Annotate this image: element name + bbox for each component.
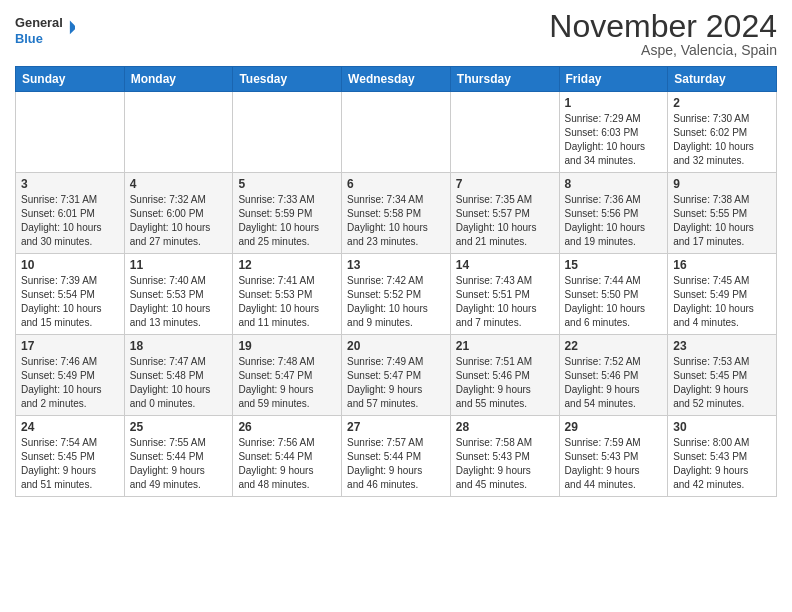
day-info: Sunrise: 7:59 AM Sunset: 5:43 PM Dayligh… [565,436,663,492]
calendar-table: Sunday Monday Tuesday Wednesday Thursday… [15,66,777,497]
month-title: November 2024 [549,10,777,42]
calendar-cell-r3c3: 12Sunrise: 7:41 AM Sunset: 5:53 PM Dayli… [233,254,342,335]
calendar-cell-r2c2: 4Sunrise: 7:32 AM Sunset: 6:00 PM Daylig… [124,173,233,254]
day-info: Sunrise: 8:00 AM Sunset: 5:43 PM Dayligh… [673,436,771,492]
day-info: Sunrise: 7:46 AM Sunset: 5:49 PM Dayligh… [21,355,119,411]
day-number: 12 [238,258,336,272]
calendar-cell-r4c7: 23Sunrise: 7:53 AM Sunset: 5:45 PM Dayli… [668,335,777,416]
day-number: 22 [565,339,663,353]
day-info: Sunrise: 7:48 AM Sunset: 5:47 PM Dayligh… [238,355,336,411]
day-info: Sunrise: 7:29 AM Sunset: 6:03 PM Dayligh… [565,112,663,168]
day-info: Sunrise: 7:43 AM Sunset: 5:51 PM Dayligh… [456,274,554,330]
calendar-row-4: 17Sunrise: 7:46 AM Sunset: 5:49 PM Dayli… [16,335,777,416]
day-info: Sunrise: 7:41 AM Sunset: 5:53 PM Dayligh… [238,274,336,330]
day-info: Sunrise: 7:32 AM Sunset: 6:00 PM Dayligh… [130,193,228,249]
day-info: Sunrise: 7:35 AM Sunset: 5:57 PM Dayligh… [456,193,554,249]
day-number: 4 [130,177,228,191]
weekday-header-row: Sunday Monday Tuesday Wednesday Thursday… [16,67,777,92]
calendar-cell-r1c2 [124,92,233,173]
calendar-cell-r3c4: 13Sunrise: 7:42 AM Sunset: 5:52 PM Dayli… [342,254,451,335]
day-number: 7 [456,177,554,191]
header-friday: Friday [559,67,668,92]
header-saturday: Saturday [668,67,777,92]
calendar-cell-r3c1: 10Sunrise: 7:39 AM Sunset: 5:54 PM Dayli… [16,254,125,335]
calendar-cell-r3c2: 11Sunrise: 7:40 AM Sunset: 5:53 PM Dayli… [124,254,233,335]
calendar-cell-r5c4: 27Sunrise: 7:57 AM Sunset: 5:44 PM Dayli… [342,416,451,497]
day-number: 10 [21,258,119,272]
day-number: 13 [347,258,445,272]
calendar-cell-r1c6: 1Sunrise: 7:29 AM Sunset: 6:03 PM Daylig… [559,92,668,173]
calendar-cell-r4c2: 18Sunrise: 7:47 AM Sunset: 5:48 PM Dayli… [124,335,233,416]
header-wednesday: Wednesday [342,67,451,92]
calendar-cell-r1c4 [342,92,451,173]
day-number: 21 [456,339,554,353]
calendar-cell-r4c4: 20Sunrise: 7:49 AM Sunset: 5:47 PM Dayli… [342,335,451,416]
calendar-cell-r1c5 [450,92,559,173]
day-number: 26 [238,420,336,434]
calendar-row-2: 3Sunrise: 7:31 AM Sunset: 6:01 PM Daylig… [16,173,777,254]
day-number: 18 [130,339,228,353]
day-info: Sunrise: 7:52 AM Sunset: 5:46 PM Dayligh… [565,355,663,411]
day-info: Sunrise: 7:49 AM Sunset: 5:47 PM Dayligh… [347,355,445,411]
day-number: 15 [565,258,663,272]
header-tuesday: Tuesday [233,67,342,92]
day-number: 28 [456,420,554,434]
day-number: 19 [238,339,336,353]
calendar-cell-r2c7: 9Sunrise: 7:38 AM Sunset: 5:55 PM Daylig… [668,173,777,254]
day-number: 11 [130,258,228,272]
day-number: 20 [347,339,445,353]
calendar-cell-r2c1: 3Sunrise: 7:31 AM Sunset: 6:01 PM Daylig… [16,173,125,254]
day-number: 6 [347,177,445,191]
header-monday: Monday [124,67,233,92]
day-number: 2 [673,96,771,110]
day-number: 16 [673,258,771,272]
day-info: Sunrise: 7:53 AM Sunset: 5:45 PM Dayligh… [673,355,771,411]
header: General Blue November 2024 Aspe, Valenci… [15,10,777,58]
day-info: Sunrise: 7:34 AM Sunset: 5:58 PM Dayligh… [347,193,445,249]
calendar-cell-r4c5: 21Sunrise: 7:51 AM Sunset: 5:46 PM Dayli… [450,335,559,416]
day-info: Sunrise: 7:38 AM Sunset: 5:55 PM Dayligh… [673,193,771,249]
day-number: 29 [565,420,663,434]
calendar-cell-r4c1: 17Sunrise: 7:46 AM Sunset: 5:49 PM Dayli… [16,335,125,416]
svg-text:General: General [15,15,63,30]
day-info: Sunrise: 7:44 AM Sunset: 5:50 PM Dayligh… [565,274,663,330]
header-thursday: Thursday [450,67,559,92]
calendar-cell-r3c5: 14Sunrise: 7:43 AM Sunset: 5:51 PM Dayli… [450,254,559,335]
logo: General Blue [15,10,75,50]
day-number: 8 [565,177,663,191]
svg-marker-2 [70,21,75,35]
day-info: Sunrise: 7:56 AM Sunset: 5:44 PM Dayligh… [238,436,336,492]
day-number: 23 [673,339,771,353]
calendar-cell-r4c6: 22Sunrise: 7:52 AM Sunset: 5:46 PM Dayli… [559,335,668,416]
calendar-row-3: 10Sunrise: 7:39 AM Sunset: 5:54 PM Dayli… [16,254,777,335]
calendar-cell-r1c3 [233,92,342,173]
day-info: Sunrise: 7:47 AM Sunset: 5:48 PM Dayligh… [130,355,228,411]
calendar-cell-r4c3: 19Sunrise: 7:48 AM Sunset: 5:47 PM Dayli… [233,335,342,416]
calendar-cell-r2c3: 5Sunrise: 7:33 AM Sunset: 5:59 PM Daylig… [233,173,342,254]
day-info: Sunrise: 7:45 AM Sunset: 5:49 PM Dayligh… [673,274,771,330]
calendar-cell-r5c1: 24Sunrise: 7:54 AM Sunset: 5:45 PM Dayli… [16,416,125,497]
day-number: 17 [21,339,119,353]
location: Aspe, Valencia, Spain [549,42,777,58]
calendar-row-1: 1Sunrise: 7:29 AM Sunset: 6:03 PM Daylig… [16,92,777,173]
day-number: 9 [673,177,771,191]
day-info: Sunrise: 7:40 AM Sunset: 5:53 PM Dayligh… [130,274,228,330]
day-info: Sunrise: 7:55 AM Sunset: 5:44 PM Dayligh… [130,436,228,492]
page: General Blue November 2024 Aspe, Valenci… [0,0,792,512]
day-info: Sunrise: 7:39 AM Sunset: 5:54 PM Dayligh… [21,274,119,330]
day-number: 25 [130,420,228,434]
calendar-cell-r5c5: 28Sunrise: 7:58 AM Sunset: 5:43 PM Dayli… [450,416,559,497]
day-number: 27 [347,420,445,434]
svg-text:Blue: Blue [15,31,43,46]
logo-svg: General Blue [15,10,75,50]
day-info: Sunrise: 7:54 AM Sunset: 5:45 PM Dayligh… [21,436,119,492]
day-info: Sunrise: 7:31 AM Sunset: 6:01 PM Dayligh… [21,193,119,249]
day-info: Sunrise: 7:36 AM Sunset: 5:56 PM Dayligh… [565,193,663,249]
day-number: 24 [21,420,119,434]
calendar-cell-r2c5: 7Sunrise: 7:35 AM Sunset: 5:57 PM Daylig… [450,173,559,254]
calendar-row-5: 24Sunrise: 7:54 AM Sunset: 5:45 PM Dayli… [16,416,777,497]
calendar-cell-r5c6: 29Sunrise: 7:59 AM Sunset: 5:43 PM Dayli… [559,416,668,497]
title-block: November 2024 Aspe, Valencia, Spain [549,10,777,58]
calendar-cell-r5c3: 26Sunrise: 7:56 AM Sunset: 5:44 PM Dayli… [233,416,342,497]
calendar-cell-r1c1 [16,92,125,173]
